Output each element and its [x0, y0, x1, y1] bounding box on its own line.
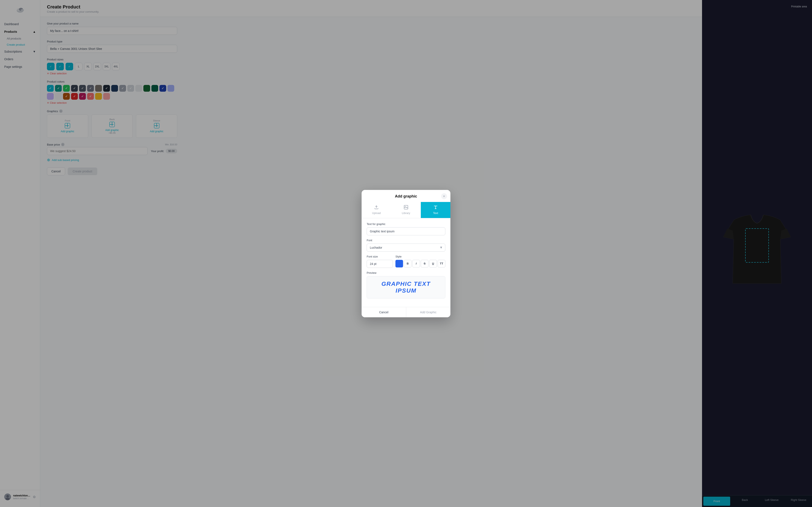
modal-tab-text[interactable]: Text: [421, 202, 450, 218]
modal-title: Add graphic: [367, 194, 445, 202]
library-icon: [404, 205, 408, 211]
preview-section: Preview GRAPHIC TEXT IPSUM: [367, 271, 445, 298]
upload-icon: [374, 205, 379, 211]
preview-label: Preview: [367, 271, 445, 274]
modal-tab-upload[interactable]: Upload: [362, 202, 391, 218]
text-field-section: Text for graphic: [367, 222, 445, 239]
font-select[interactable]: Luchador Arial Helvetica Georgia: [367, 243, 445, 251]
preview-text: GRAPHIC TEXT IPSUM: [371, 281, 441, 294]
modal-body: Text for graphic Font Luchador Arial Hel…: [362, 218, 450, 307]
modal-tabs: Upload Library Text: [362, 202, 450, 218]
modal-close-button[interactable]: ✕: [441, 193, 447, 199]
modal-header: Add graphic ✕: [362, 190, 450, 202]
italic-button[interactable]: I: [412, 260, 420, 268]
text-input[interactable]: [367, 227, 445, 235]
color-picker-button[interactable]: [395, 260, 403, 268]
modal-cancel-button[interactable]: Cancel: [362, 307, 406, 317]
underline-button[interactable]: U: [429, 260, 437, 268]
font-size-input[interactable]: [367, 260, 393, 268]
font-section: Font Luchador Arial Helvetica Georgia ▼: [367, 239, 445, 251]
modal-tab-library[interactable]: Library: [391, 202, 421, 218]
svg-point-12: [405, 206, 406, 207]
font-size-label: Font size: [367, 255, 393, 258]
preview-box: GRAPHIC TEXT IPSUM: [367, 276, 445, 298]
bold-button[interactable]: B: [404, 260, 411, 268]
text-icon: [433, 205, 438, 211]
text-field-label: Text for graphic: [367, 222, 445, 226]
style-label: Style: [395, 255, 445, 258]
style-buttons: B I S U TT: [395, 260, 445, 268]
add-graphic-modal: Add graphic ✕ Upload Library Tex: [362, 190, 450, 317]
font-label: Font: [367, 239, 445, 242]
tt-button[interactable]: TT: [438, 260, 445, 268]
font-style-row: Font size Style B I S U TT: [367, 255, 445, 268]
modal-footer: Cancel Add Graphic: [362, 307, 450, 317]
modal-add-button[interactable]: Add Graphic: [406, 307, 451, 317]
strikethrough-button[interactable]: S: [421, 260, 428, 268]
modal-overlay[interactable]: Add graphic ✕ Upload Library Tex: [0, 0, 812, 507]
